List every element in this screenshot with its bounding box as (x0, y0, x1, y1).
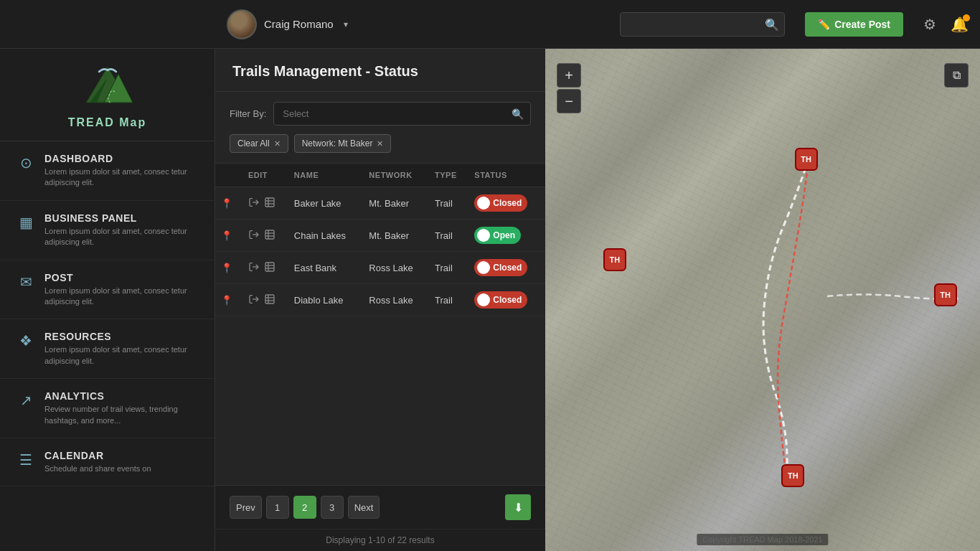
status-toggle-baker-lake[interactable]: Closed (474, 194, 540, 212)
filter-label: Filter By: (230, 108, 266, 119)
edit-map-button-baker-lake[interactable] (248, 197, 260, 210)
toggle-dot (477, 261, 490, 274)
sidebar: TREAD Map ⊙ DASHBOARD Lorem ipsum dolor … (0, 49, 215, 551)
edit-table-button-diablo-lake[interactable] (264, 293, 275, 307)
cell-edit-east-bank (242, 252, 288, 284)
cell-name-diablo-lake: Diablo Lake (288, 284, 364, 316)
nav-icon-business-panel: ▦ (17, 214, 34, 231)
logo-text: TREAD Map (68, 116, 147, 129)
user-dropdown-arrow[interactable]: ▾ (344, 19, 348, 29)
create-post-button[interactable]: ✏️ Create Post (805, 12, 903, 37)
content-panel: Trails Management - Status Filter By: 🔍 … (215, 49, 545, 551)
status-label: Closed (493, 295, 522, 305)
nav-icon-calendar: ☰ (17, 451, 34, 468)
edit-table-button-chain-lakes[interactable] (264, 229, 275, 242)
cell-status-diablo-lake: Closed (468, 284, 545, 316)
cell-network-chain-lakes: Mt. Baker (363, 220, 429, 252)
search-icon[interactable]: 🔍 (765, 17, 779, 31)
clear-all-close-icon[interactable]: ✕ (274, 139, 281, 149)
nav-content-post: POST Lorem ipsum dolor sit amet, consec … (44, 272, 197, 308)
nav-desc-business-panel: Lorem ipsum dolor sit amet, consec tetur… (44, 226, 197, 248)
svg-rect-14 (265, 263, 274, 271)
edit-table-button-east-bank[interactable] (264, 261, 275, 275)
page-2-button[interactable]: 2 (293, 496, 316, 519)
nav-content-analytics: ANALYTICS Review number of trail views, … (44, 390, 197, 426)
sidebar-item-resources[interactable]: ❖ RESOURCES Lorem ipsum dolor sit amet, … (0, 319, 215, 379)
nav-title-business-panel: BUSINESS PANEL (44, 212, 197, 224)
notification-dot (963, 14, 970, 22)
filter-input-wrap: 🔍 (273, 102, 531, 126)
table-row: 📍 (215, 284, 545, 316)
map-zoom-controls: + − (557, 63, 581, 113)
nav-title-calendar: CALENDAR (44, 450, 151, 461)
cell-type-baker-lake: Trail (429, 187, 468, 220)
map-marker-th-bottom[interactable]: TH (781, 464, 804, 487)
cell-pin-baker-lake: 📍 (215, 187, 242, 220)
page-3-button[interactable]: 3 (321, 496, 344, 519)
sidebar-item-post[interactable]: ✉ POST Lorem ipsum dolor sit amet, conse… (0, 260, 215, 320)
sidebar-logo: TREAD Map (0, 49, 215, 141)
nav-icon-analytics: ↗ (17, 392, 34, 409)
sidebar-item-calendar[interactable]: ☰ CALENDAR Schedule and share events on (0, 438, 215, 486)
nav-desc-post: Lorem ipsum dolor sit amet, consec tetur… (44, 286, 197, 308)
nav-desc-dashboard: Lorem ipsum dolor sit amet, consec tetur… (44, 166, 197, 189)
table-row: 📍 (215, 252, 545, 284)
cell-pin-chain-lakes: 📍 (215, 220, 242, 252)
filter-section: Filter By: 🔍 Clear All ✕ Network: Mt Bak… (215, 92, 545, 164)
sidebar-item-dashboard[interactable]: ⊙ DASHBOARD Lorem ipsum dolor sit amet, … (0, 141, 215, 201)
search-bar: 🔍 (620, 12, 785, 37)
map-area: + − ⧉ THTHTHTH Copyright TREAD Map 2018-… (545, 49, 980, 551)
map-layers-button[interactable]: ⧉ (944, 63, 969, 88)
content-header: Trails Management - Status (215, 49, 545, 92)
map-marker-th-right[interactable]: TH (934, 283, 957, 306)
zoom-in-button[interactable]: + (557, 63, 581, 88)
nav-desc-analytics: Review number of trail views, trending h… (44, 404, 197, 426)
gear-icon: ⚙ (923, 17, 936, 32)
status-toggle-east-bank[interactable]: Closed (474, 259, 540, 276)
zoom-out-button[interactable]: − (557, 89, 581, 113)
cell-type-east-bank: Trail (429, 252, 468, 284)
network-tag-close-icon[interactable]: ✕ (377, 139, 383, 149)
edit-map-button-east-bank[interactable] (248, 261, 260, 275)
sidebar-item-business-panel[interactable]: ▦ BUSINESS PANEL Lorem ipsum dolor sit a… (0, 201, 215, 260)
edit-table-button-baker-lake[interactable] (264, 197, 275, 210)
nav-title-post: POST (44, 272, 197, 283)
settings-button[interactable]: ⚙ (923, 16, 936, 33)
page-1-button[interactable]: 1 (266, 496, 289, 519)
pagination-bar: Prev 1 2 3 Next ⬇ (215, 485, 545, 529)
avatar[interactable] (227, 9, 257, 39)
map-terrain-overlay (545, 49, 980, 551)
cell-status-east-bank: Closed (468, 252, 545, 284)
toggle-dot (477, 197, 490, 209)
network-tag-label: Network: Mt Baker (302, 138, 373, 149)
prev-page-button[interactable]: Prev (230, 496, 262, 519)
sidebar-item-analytics[interactable]: ↗ ANALYTICS Review number of trail views… (0, 379, 215, 438)
map-marker-th-middle[interactable]: TH (603, 248, 626, 271)
status-toggle-chain-lakes[interactable]: Open (474, 227, 540, 244)
results-text: Displaying 1-10 of 22 results (215, 529, 545, 551)
map-marker-th-top[interactable]: TH (795, 148, 818, 171)
cell-pin-east-bank: 📍 (215, 252, 242, 284)
filter-tag-clear-all[interactable]: Clear All ✕ (230, 134, 288, 153)
edit-map-button-diablo-lake[interactable] (248, 293, 260, 307)
edit-map-button-chain-lakes[interactable] (248, 229, 260, 242)
download-icon: ⬇ (514, 501, 523, 514)
table-row: 📍 (215, 187, 545, 220)
cell-status-chain-lakes: Open (468, 220, 545, 252)
filter-tag-network-mt-baker[interactable]: Network: Mt Baker ✕ (294, 134, 392, 153)
nav-content-calendar: CALENDAR Schedule and share events on (44, 450, 151, 474)
notifications-button[interactable]: 🔔 (951, 16, 969, 33)
cell-status-baker-lake: Closed (468, 187, 545, 220)
nav-icon-resources: ❖ (17, 332, 34, 349)
nav-title-resources: RESOURCES (44, 331, 197, 342)
filter-select-input[interactable] (273, 102, 531, 126)
next-page-button[interactable]: Next (348, 496, 380, 519)
create-post-label: Create Post (834, 19, 890, 30)
download-button[interactable]: ⬇ (505, 494, 531, 520)
table-header: Edit Name Network Type Status (215, 164, 545, 187)
status-toggle-diablo-lake[interactable]: Closed (474, 291, 540, 309)
search-input[interactable] (620, 12, 785, 37)
cell-network-diablo-lake: Ross Lake (363, 284, 429, 316)
cell-type-diablo-lake: Trail (429, 284, 468, 316)
topbar-user: Craig Romano ▾ (227, 9, 348, 39)
